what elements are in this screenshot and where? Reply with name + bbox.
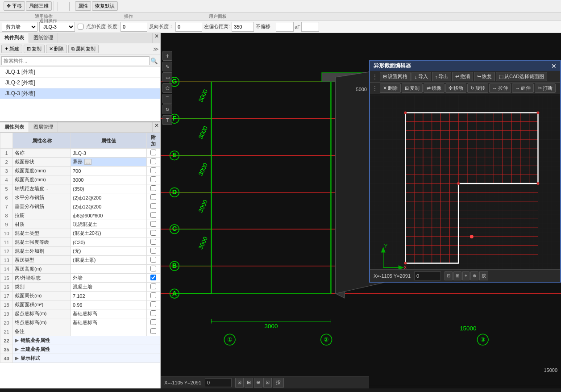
- attach-checkbox[interactable]: [150, 221, 156, 227]
- reverse-input[interactable]: [175, 22, 202, 32]
- prop-attach[interactable]: [147, 274, 160, 283]
- point-length-check[interactable]: [78, 24, 83, 29]
- attach-checkbox[interactable]: [150, 212, 156, 218]
- prop-attach[interactable]: [147, 318, 160, 327]
- cad-tool-rect[interactable]: ▭: [162, 72, 172, 82]
- attach-checkbox[interactable]: [150, 301, 156, 307]
- prop-attach[interactable]: [147, 247, 160, 256]
- expand-btn[interactable]: ≫: [153, 46, 159, 52]
- panel-close-btn[interactable]: ✕: [152, 33, 160, 43]
- prop-attach[interactable]: [147, 238, 160, 247]
- search-btn[interactable]: 🔍: [150, 58, 159, 64]
- se-copy-btn[interactable]: ⊞ 复制: [402, 83, 423, 93]
- attach-checkbox[interactable]: [150, 150, 156, 155]
- tab-properties-list[interactable]: 属性列表: [0, 122, 29, 132]
- attach-checkbox[interactable]: [150, 310, 156, 316]
- prop-attach[interactable]: [147, 158, 160, 167]
- floor-copy-btn[interactable]: ⧉ 层间复制: [68, 45, 99, 53]
- se-rotate-btn[interactable]: ↻ 旋转: [467, 83, 488, 93]
- group-name[interactable]: ▶ 显示样式: [13, 354, 160, 363]
- attach-checkbox[interactable]: [150, 176, 156, 182]
- se-value-input[interactable]: [414, 271, 441, 280]
- cad-tool-pointer[interactable]: ✛: [162, 51, 172, 61]
- attach-checkbox[interactable]: [150, 266, 156, 271]
- pan-btn[interactable]: ✥ 平移: [4, 1, 25, 11]
- se-grid-btn[interactable]: ⊞ 设置网格: [380, 72, 411, 81]
- prop-attach[interactable]: [147, 193, 160, 202]
- tab-component-list[interactable]: 构件列表: [0, 33, 29, 43]
- cad-tool-arc[interactable]: ⌒: [162, 94, 172, 104]
- prop-attach[interactable]: [147, 167, 160, 175]
- attach-checkbox[interactable]: [150, 284, 156, 289]
- section-edit-btn[interactable]: ...: [84, 159, 91, 165]
- coord-value-input[interactable]: [205, 378, 232, 387]
- attach-checkbox[interactable]: [150, 167, 156, 173]
- prop-attach[interactable]: [147, 265, 160, 274]
- cad-tool-polygon[interactable]: ⬠: [162, 83, 172, 93]
- se-extend-btn[interactable]: → 延伸: [512, 83, 534, 93]
- restore-default-btn[interactable]: 恢复默认: [92, 1, 118, 11]
- group-row[interactable]: 40▶ 显示样式: [0, 354, 160, 363]
- cad-tool-text[interactable]: T: [162, 115, 172, 125]
- cad-tool-draw[interactable]: ✎: [162, 62, 172, 71]
- se-redo-btn[interactable]: ↪ 恢复: [474, 72, 495, 81]
- se-zoom-in-btn[interactable]: +: [462, 271, 470, 280]
- se-break-btn[interactable]: ✂ 打断: [535, 83, 556, 93]
- prop-attach[interactable]: [147, 175, 160, 184]
- copy-component-btn[interactable]: ⊞ 复制: [24, 45, 45, 53]
- attach-checkbox[interactable]: [150, 328, 156, 334]
- attach-checkbox[interactable]: [150, 319, 156, 325]
- prop-attach[interactable]: [147, 149, 160, 158]
- attach-checkbox[interactable]: [150, 275, 156, 280]
- attach-checkbox[interactable]: [150, 185, 156, 191]
- cad-tool-rotate[interactable]: ↻: [162, 104, 172, 114]
- cad-viewport[interactable]: G F E D C B A 3000 3000 3000 3000 3000 3…: [161, 33, 561, 388]
- prop-attach[interactable]: [147, 309, 160, 318]
- local-3d-btn[interactable]: 局部三维: [26, 1, 52, 11]
- attach-checkbox[interactable]: [150, 230, 156, 236]
- attach-checkbox[interactable]: [150, 203, 156, 209]
- prop-attach[interactable]: [147, 327, 160, 336]
- tab-layer-management[interactable]: 图层管理: [29, 122, 58, 132]
- props-panel-close[interactable]: ✕: [152, 122, 160, 132]
- attach-checkbox[interactable]: [150, 239, 156, 245]
- prop-attach[interactable]: [147, 202, 160, 211]
- group-row[interactable]: 35▶ 土建业务属性: [0, 345, 160, 354]
- list-item-selected[interactable]: JLQ-3 [外墙]: [0, 88, 160, 99]
- prop-attach[interactable]: [147, 283, 160, 292]
- af-input2[interactable]: [301, 22, 319, 32]
- se-export-btn[interactable]: ↑ 导出: [432, 72, 452, 81]
- group-row[interactable]: 22▶ 钢筋业务属性: [0, 336, 160, 345]
- search-input[interactable]: [1, 56, 150, 65]
- prop-attach[interactable]: [147, 292, 160, 300]
- grid-btn[interactable]: ⊞: [245, 378, 253, 388]
- prop-attach[interactable]: [147, 211, 160, 220]
- attach-checkbox[interactable]: [150, 158, 156, 164]
- list-item[interactable]: JLQ-2 [外墙]: [0, 78, 160, 88]
- se-ok-btn[interactable]: 按: [479, 271, 488, 280]
- se-snap-btn[interactable]: ⊡: [445, 271, 453, 280]
- wall-type-select[interactable]: 剪力墙: [2, 22, 37, 32]
- list-item[interactable]: JLQ-1 [外墙]: [0, 67, 160, 78]
- se-delete-btn[interactable]: ✕ 删除: [380, 83, 401, 93]
- section-editor-close[interactable]: ✕: [551, 63, 557, 70]
- se-import-btn[interactable]: ↓ 导入: [411, 72, 431, 81]
- section-editor-canvas[interactable]: Y X 1 0 0 0 0 0 0 0 0 0 0 0 0 0: [370, 94, 560, 282]
- attach-checkbox[interactable]: [150, 194, 156, 200]
- se-zoom-fit-btn[interactable]: ⊕: [470, 271, 478, 280]
- attach-checkbox[interactable]: [150, 257, 156, 263]
- prop-attach[interactable]: [147, 300, 160, 309]
- length-input[interactable]: [121, 22, 147, 32]
- se-move-btn[interactable]: ✜ 移动: [445, 83, 466, 93]
- delete-component-btn[interactable]: ✕ 删除: [46, 45, 67, 53]
- group-name[interactable]: ▶ 土建业务属性: [13, 345, 160, 354]
- se-stretch-btn[interactable]: ↔ 拉伸: [489, 83, 511, 93]
- attach-checkbox[interactable]: [150, 292, 156, 298]
- prop-attach[interactable]: [147, 256, 160, 265]
- af-input1[interactable]: [276, 22, 294, 32]
- se-grid-view-btn[interactable]: ⊞: [453, 271, 461, 280]
- 3d-btn[interactable]: ⊡: [263, 378, 272, 388]
- prop-value[interactable]: 异形...: [71, 158, 147, 167]
- ok-btn[interactable]: 按: [273, 378, 284, 388]
- se-mirror-btn[interactable]: ⇌ 镜像: [424, 83, 445, 93]
